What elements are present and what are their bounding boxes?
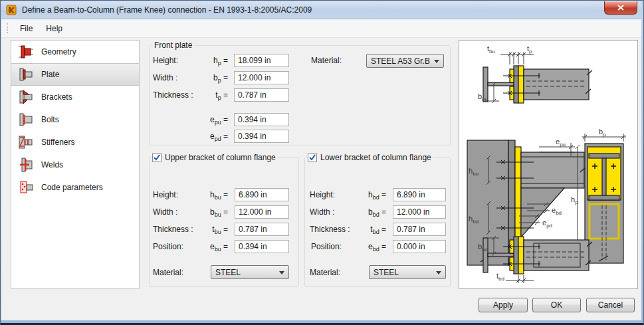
- sidebar-item-geometry[interactable]: Geometry: [11, 41, 139, 63]
- sidebar-item-label: Bolts: [41, 115, 59, 124]
- close-icon: [617, 5, 624, 11]
- epu-symbol: epu =: [191, 115, 228, 126]
- connection-diagram: tbu tp bbu: [459, 41, 637, 288]
- dim-label-epu: epu: [556, 138, 566, 148]
- ebu-symbol: ebu =: [191, 242, 228, 253]
- lower-bracket-material-select[interactable]: STEEL: [369, 265, 446, 279]
- width-label: Width :: [310, 207, 334, 217]
- menu-bar: File Help: [1, 19, 641, 38]
- app-icon: [6, 5, 17, 15]
- connection-preview-panel: tbu tp bbu: [459, 40, 638, 289]
- sidebar-item-stiffeners[interactable]: Stiffeners: [11, 131, 139, 154]
- front-plate-title: Front plate: [152, 41, 195, 50]
- epu-input[interactable]: [234, 113, 289, 126]
- bolts-icon: [17, 112, 34, 128]
- sidebar-item-label: Geometry: [41, 47, 76, 56]
- dim-label-bp: bp: [599, 128, 606, 138]
- sidebar-item-bolts[interactable]: Bolts: [11, 108, 139, 131]
- sidebar-item-label: Plate: [41, 70, 59, 79]
- sidebar-item-code-parameters[interactable]: Code parameters: [11, 176, 139, 199]
- front-plate-material-select[interactable]: STEEL A53 Gr.B: [366, 54, 444, 68]
- hp-symbol: hp =: [191, 56, 228, 66]
- thickness-label: Thickness :: [153, 90, 193, 100]
- chevron-down-icon: [279, 271, 284, 274]
- bp-input[interactable]: [234, 71, 289, 84]
- bbu-symbol: bbu =: [191, 207, 228, 218]
- bp-symbol: bp =: [191, 73, 228, 84]
- thickness-label: Thickness :: [310, 225, 350, 234]
- sidebar-item-label: Brackets: [41, 92, 72, 102]
- tbu-input[interactable]: [235, 223, 289, 236]
- sidebar-item-brackets[interactable]: Brackets: [11, 86, 139, 108]
- hp-input[interactable]: [234, 54, 289, 67]
- hbd-input[interactable]: [393, 188, 446, 201]
- hbu-symbol: hbu =: [191, 190, 228, 201]
- apply-button[interactable]: Apply: [479, 298, 528, 312]
- window-title: Define a Beam-to-Column (Frame Knee) con…: [22, 5, 312, 15]
- title-bar[interactable]: Define a Beam-to-Column (Frame Knee) con…: [1, 1, 641, 19]
- hbd-symbol: hbd =: [350, 190, 386, 201]
- code-parameters-icon: [17, 179, 34, 195]
- plate-icon: [17, 66, 34, 82]
- width-label: Width :: [153, 207, 177, 217]
- sidebar-item-welds[interactable]: Welds: [11, 154, 139, 176]
- check-icon: [153, 154, 161, 162]
- epd-input[interactable]: [234, 130, 289, 143]
- material-label: Material:: [310, 268, 340, 277]
- check-icon: [308, 154, 316, 162]
- tp-input[interactable]: [234, 88, 289, 102]
- sidebar-item-label: Welds: [41, 160, 63, 169]
- lower-bracket-title: Lower bracket of column flange: [318, 153, 433, 162]
- thickness-label: Thickness :: [153, 225, 193, 234]
- geometry-icon: [17, 44, 34, 60]
- height-label: Height:: [153, 56, 178, 65]
- cancel-button[interactable]: Cancel: [586, 298, 635, 312]
- tbu-symbol: tbu =: [191, 225, 228, 235]
- ebd-symbol: ebd =: [350, 242, 386, 253]
- width-label: Width :: [153, 73, 177, 82]
- height-label: Height:: [310, 190, 335, 199]
- bbd-symbol: bbd =: [350, 207, 386, 218]
- sidebar-item-label: Code parameters: [41, 183, 103, 192]
- dialog-body: Geometry Plate Brackets: [1, 38, 641, 320]
- menu-file[interactable]: File: [13, 21, 39, 36]
- tbd-input[interactable]: [393, 223, 446, 236]
- close-button[interactable]: [604, 1, 637, 15]
- ebd-input[interactable]: [393, 240, 446, 253]
- category-list: Geometry Plate Brackets: [11, 40, 140, 289]
- chevron-down-icon: [434, 60, 439, 63]
- material-label: Material:: [311, 56, 342, 65]
- tbd-symbol: tbd =: [350, 225, 386, 235]
- dim-label-ebd: ebd: [552, 206, 562, 216]
- welds-icon: [17, 157, 34, 173]
- dialog-window: Define a Beam-to-Column (Frame Knee) con…: [1, 1, 641, 320]
- chevron-down-icon: [436, 271, 441, 274]
- upper-bracket-title: Upper bracket of column flange: [163, 153, 278, 162]
- ebu-input[interactable]: [235, 240, 289, 253]
- bbd-input[interactable]: [393, 205, 446, 219]
- lower-bracket-checkbox[interactable]: [308, 153, 317, 162]
- sidebar-item-plate[interactable]: Plate: [11, 63, 139, 86]
- dim-label-tbu: tbu: [487, 45, 495, 54]
- upper-bracket-material-select[interactable]: STEEL: [211, 265, 289, 279]
- material-label: Material:: [153, 268, 183, 277]
- dim-label-epd: epd: [542, 219, 552, 229]
- hbu-input[interactable]: [235, 188, 289, 201]
- bbu-input[interactable]: [235, 205, 289, 219]
- window-frame: Define a Beam-to-Column (Frame Knee) con…: [0, 0, 644, 325]
- brackets-icon: [17, 89, 34, 105]
- menu-help[interactable]: Help: [39, 21, 69, 36]
- dim-label-tp: tp: [527, 45, 532, 54]
- sidebar-item-label: Stiffeners: [41, 138, 74, 147]
- epd-symbol: epd =: [191, 132, 228, 142]
- upper-bracket-checkbox[interactable]: [152, 153, 161, 162]
- ok-button[interactable]: OK: [532, 298, 581, 312]
- tp-symbol: tp =: [191, 90, 228, 101]
- position-label: Position:: [311, 242, 342, 251]
- position-label: Position:: [153, 242, 183, 251]
- height-label: Height:: [153, 190, 178, 199]
- dim-label-hp: hp: [571, 195, 578, 205]
- toolstrip-grip-icon: [7, 23, 8, 33]
- dim-label-tbd: tbd: [496, 272, 504, 282]
- stiffeners-icon: [17, 134, 34, 150]
